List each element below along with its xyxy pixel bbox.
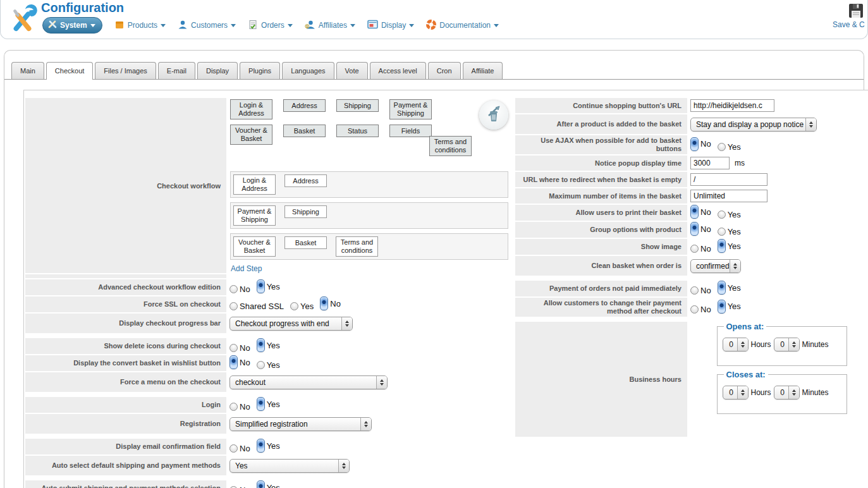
stepper-icon <box>730 260 740 272</box>
radio-no[interactable]: No <box>229 284 250 294</box>
workflow-box-voucher-basket[interactable]: Voucher & Basket <box>233 236 276 257</box>
add-step-link[interactable]: Add Step <box>230 264 262 273</box>
workflow-box-payment-shipping[interactable]: Payment & Shipping <box>389 99 432 119</box>
radio-no[interactable]: No <box>690 205 711 219</box>
floppy-disk-icon <box>848 12 864 21</box>
radio-no[interactable]: No <box>320 296 341 310</box>
opens-hours-select[interactable]: 0 <box>723 338 749 351</box>
radio-shared-ssl[interactable]: Shared SSL <box>229 302 284 311</box>
select-auto-select-default-shipping-payment-methods[interactable]: Yes <box>229 459 350 473</box>
workflow-box-login-address[interactable]: Login & Address <box>230 99 272 119</box>
tab-plugins[interactable]: Plugins <box>240 62 280 79</box>
closes-at-legend: Closes at: <box>724 370 768 379</box>
tab-checkout[interactable]: Checkout <box>46 62 93 80</box>
radio-yes[interactable]: Yes <box>718 227 741 236</box>
select-clean-basket-when-order-is[interactable]: confirmed <box>690 259 741 273</box>
tab-files-images[interactable]: Files / Images <box>95 62 156 79</box>
closes-at-fieldset: Closes at: 0 Hours 0 <box>717 370 847 414</box>
input-continue-shopping-button-url[interactable] <box>690 99 774 112</box>
field-label: Use AJAX when possible for add to basket… <box>515 135 687 154</box>
workflow-box-payment-shipping[interactable]: Payment & Shipping <box>233 205 276 226</box>
nav-item-products[interactable]: Products <box>114 20 166 32</box>
tab-e-mail[interactable]: E-mail <box>158 62 195 79</box>
workflow-box-shipping[interactable]: Shipping <box>336 99 379 112</box>
radio-yes[interactable]: Yes <box>257 360 280 370</box>
closes-minutes-select[interactable]: 0 <box>774 386 800 400</box>
nav-item-system[interactable]: System <box>42 17 102 34</box>
opens-minutes-select[interactable]: 0 <box>774 338 800 351</box>
nav-item-documentation[interactable]: Documentation <box>426 20 499 32</box>
workflow-box-basket[interactable]: Basket <box>283 125 326 137</box>
workflow-box-address[interactable]: Address <box>283 99 326 112</box>
tab-access-level[interactable]: Access level <box>370 62 426 79</box>
workflow-palette: Login & AddressAddressShippingPayment & … <box>230 99 511 165</box>
stepper-icon <box>376 376 387 389</box>
radio-button-icon <box>257 397 265 411</box>
radio-no[interactable]: No <box>229 402 250 412</box>
nav-item-customers[interactable]: Customers <box>178 20 236 32</box>
radio-yes[interactable]: Yes <box>257 397 280 411</box>
radio-label: Yes <box>267 441 280 451</box>
radio-yes[interactable]: Yes <box>257 480 280 488</box>
radio-no[interactable]: No <box>229 444 250 453</box>
radio-no[interactable]: No <box>690 222 711 236</box>
input-notice-popup-display-time[interactable] <box>690 157 730 169</box>
nav-item-orders[interactable]: Orders <box>248 20 293 32</box>
field-label: Show delete icons during checkout <box>25 338 226 354</box>
radio-yes[interactable]: Yes <box>290 302 314 311</box>
radio-button-icon <box>229 355 238 369</box>
radio-no[interactable]: No <box>690 244 711 253</box>
radio-no[interactable]: No <box>229 485 250 488</box>
closes-hours-select[interactable]: 0 <box>723 386 749 400</box>
radio-label: Yes <box>267 483 280 488</box>
input-maximum-items-in-basket[interactable] <box>690 190 767 202</box>
radio-no[interactable]: No <box>229 355 250 369</box>
workflow-box-terms-and-conditions[interactable]: Terms and conditions <box>429 136 472 156</box>
nav-item-affiliates[interactable]: $ Affiliates <box>305 20 355 32</box>
workflow-delete-dropzone[interactable] <box>479 101 508 130</box>
header: Configuration System Products <box>0 0 868 39</box>
field-control: checkout <box>226 372 512 392</box>
radio-no[interactable]: No <box>229 343 250 353</box>
radio-yes[interactable]: Yes <box>718 239 741 253</box>
field-label: Registration <box>25 414 226 434</box>
select-display-checkout-progress-bar[interactable]: Checkout progress with end <box>229 317 353 331</box>
tab-display[interactable]: Display <box>197 62 238 79</box>
tab-languages[interactable]: Languages <box>282 62 334 79</box>
tab-cron[interactable]: Cron <box>428 62 461 79</box>
tab-main[interactable]: Main <box>11 62 44 79</box>
workflow-box-login-address[interactable]: Login & Address <box>233 174 276 195</box>
tab-affiliate[interactable]: Affiliate <box>463 62 503 79</box>
radio-no[interactable]: No <box>690 305 711 314</box>
stepper-icon <box>338 460 349 472</box>
radio-yes[interactable]: Yes <box>718 142 741 152</box>
workflow-box-shipping[interactable]: Shipping <box>284 205 327 218</box>
workflow-box-address[interactable]: Address <box>284 174 327 187</box>
radio-yes[interactable]: Yes <box>718 300 741 314</box>
radio-yes[interactable]: Yes <box>257 279 280 293</box>
radio-button-icon <box>718 239 726 253</box>
nav-item-display[interactable]: Display <box>367 20 414 31</box>
workflow-box-terms-and-conditions[interactable]: Terms and conditions <box>336 236 378 257</box>
workflow-step-row: Login & AddressAddress <box>230 171 508 198</box>
input-url-redirect-when-basket-empty[interactable] <box>690 173 767 186</box>
radio-label: No <box>700 139 711 149</box>
select-after-product-added-to-basket[interactable]: Stay and display a popup notice <box>690 118 817 131</box>
save-button[interactable]: Save & C <box>848 3 868 21</box>
select-force-menu-on-checkout[interactable]: checkout <box>229 375 388 389</box>
workflow-box-status[interactable]: Status <box>336 125 379 137</box>
radio-no[interactable]: No <box>690 286 711 295</box>
radio-yes[interactable]: Yes <box>257 338 280 352</box>
field-label: Continue shopping button's URL <box>515 98 687 113</box>
radio-group-group-options-with-product: NoYes <box>690 222 747 238</box>
main-nav: System Products Customers <box>42 17 499 34</box>
workflow-box-fields[interactable]: Fields <box>389 125 432 137</box>
radio-yes[interactable]: Yes <box>257 439 280 453</box>
tab-vote[interactable]: Vote <box>336 62 368 79</box>
radio-no[interactable]: No <box>690 137 711 151</box>
radio-yes[interactable]: Yes <box>718 210 741 219</box>
radio-yes[interactable]: Yes <box>718 281 741 295</box>
workflow-box-voucher-basket[interactable]: Voucher & Basket <box>230 125 272 145</box>
select-registration[interactable]: Simplified registration <box>229 417 372 431</box>
workflow-box-basket[interactable]: Basket <box>284 236 327 249</box>
